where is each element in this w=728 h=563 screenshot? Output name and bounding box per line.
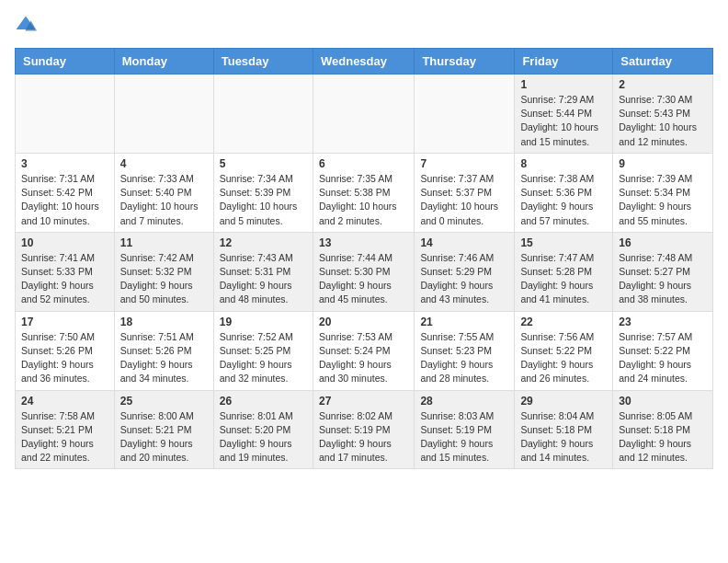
day-info: Sunrise: 7:41 AM Sunset: 5:33 PM Dayligh… [21, 251, 108, 307]
day-number: 6 [319, 157, 408, 170]
day-info: Sunrise: 7:29 AM Sunset: 5:44 PM Dayligh… [520, 93, 607, 149]
calendar-cell [114, 75, 213, 154]
day-info: Sunrise: 7:42 AM Sunset: 5:32 PM Dayligh… [120, 251, 208, 307]
day-info: Sunrise: 8:02 AM Sunset: 5:19 PM Dayligh… [319, 409, 408, 465]
day-info: Sunrise: 7:55 AM Sunset: 5:23 PM Dayligh… [420, 330, 508, 386]
day-number: 28 [420, 395, 508, 408]
calendar-header-monday: Monday [114, 49, 213, 75]
day-number: 24 [21, 395, 108, 408]
day-number: 18 [120, 316, 208, 328]
calendar-cell: 18Sunrise: 7:51 AM Sunset: 5:26 PM Dayli… [114, 311, 213, 390]
day-info: Sunrise: 7:57 AM Sunset: 5:22 PM Dayligh… [619, 330, 707, 386]
calendar-cell: 7Sunrise: 7:37 AM Sunset: 5:37 PM Daylig… [415, 153, 515, 232]
day-number: 22 [520, 316, 607, 328]
logo [15, 15, 40, 37]
day-number: 29 [520, 395, 607, 408]
calendar-header-friday: Friday [515, 49, 613, 75]
day-number: 19 [220, 316, 307, 328]
day-number: 11 [120, 236, 208, 249]
calendar-body: 1Sunrise: 7:29 AM Sunset: 5:44 PM Daylig… [16, 75, 713, 469]
day-info: Sunrise: 7:51 AM Sunset: 5:26 PM Dayligh… [120, 330, 208, 386]
calendar-cell: 22Sunrise: 7:56 AM Sunset: 5:22 PM Dayli… [515, 311, 613, 390]
calendar: SundayMondayTuesdayWednesdayThursdayFrid… [15, 48, 713, 469]
day-number: 23 [619, 316, 707, 328]
calendar-header-saturday: Saturday [613, 49, 713, 75]
calendar-cell: 27Sunrise: 8:02 AM Sunset: 5:19 PM Dayli… [313, 390, 414, 469]
calendar-cell: 25Sunrise: 8:00 AM Sunset: 5:21 PM Dayli… [114, 390, 213, 469]
logo-icon [15, 15, 37, 37]
day-number: 5 [220, 157, 307, 170]
calendar-cell: 6Sunrise: 7:35 AM Sunset: 5:38 PM Daylig… [313, 153, 414, 232]
calendar-week-row: 17Sunrise: 7:50 AM Sunset: 5:26 PM Dayli… [16, 311, 713, 390]
calendar-cell: 10Sunrise: 7:41 AM Sunset: 5:33 PM Dayli… [16, 232, 115, 311]
calendar-cell: 1Sunrise: 7:29 AM Sunset: 5:44 PM Daylig… [515, 75, 613, 154]
day-info: Sunrise: 7:39 AM Sunset: 5:34 PM Dayligh… [619, 172, 707, 228]
day-info: Sunrise: 7:35 AM Sunset: 5:38 PM Dayligh… [319, 172, 408, 228]
calendar-cell [16, 75, 115, 154]
day-number: 30 [619, 395, 707, 408]
calendar-cell: 19Sunrise: 7:52 AM Sunset: 5:25 PM Dayli… [213, 311, 313, 390]
day-info: Sunrise: 7:46 AM Sunset: 5:29 PM Dayligh… [420, 251, 508, 307]
day-number: 3 [21, 157, 108, 170]
day-info: Sunrise: 7:31 AM Sunset: 5:42 PM Dayligh… [21, 172, 108, 228]
day-info: Sunrise: 7:50 AM Sunset: 5:26 PM Dayligh… [21, 330, 108, 386]
day-info: Sunrise: 7:56 AM Sunset: 5:22 PM Dayligh… [520, 330, 607, 386]
calendar-cell: 16Sunrise: 7:48 AM Sunset: 5:27 PM Dayli… [613, 232, 713, 311]
calendar-week-row: 3Sunrise: 7:31 AM Sunset: 5:42 PM Daylig… [16, 153, 713, 232]
day-info: Sunrise: 7:58 AM Sunset: 5:21 PM Dayligh… [21, 409, 108, 465]
day-info: Sunrise: 7:48 AM Sunset: 5:27 PM Dayligh… [619, 251, 707, 307]
day-number: 16 [619, 236, 707, 249]
calendar-cell: 12Sunrise: 7:43 AM Sunset: 5:31 PM Dayli… [213, 232, 313, 311]
calendar-cell: 26Sunrise: 8:01 AM Sunset: 5:20 PM Dayli… [213, 390, 313, 469]
calendar-cell: 21Sunrise: 7:55 AM Sunset: 5:23 PM Dayli… [415, 311, 515, 390]
day-info: Sunrise: 7:52 AM Sunset: 5:25 PM Dayligh… [220, 330, 307, 386]
calendar-cell [213, 75, 313, 154]
calendar-header-row: SundayMondayTuesdayWednesdayThursdayFrid… [16, 49, 713, 75]
day-info: Sunrise: 7:44 AM Sunset: 5:30 PM Dayligh… [319, 251, 408, 307]
calendar-cell: 14Sunrise: 7:46 AM Sunset: 5:29 PM Dayli… [415, 232, 515, 311]
day-number: 25 [120, 395, 208, 408]
day-number: 21 [420, 316, 508, 328]
day-number: 15 [520, 236, 607, 249]
day-number: 1 [520, 78, 607, 91]
day-number: 27 [319, 395, 408, 408]
day-info: Sunrise: 7:38 AM Sunset: 5:36 PM Dayligh… [520, 172, 607, 228]
day-info: Sunrise: 8:05 AM Sunset: 5:18 PM Dayligh… [619, 409, 707, 465]
calendar-cell: 5Sunrise: 7:34 AM Sunset: 5:39 PM Daylig… [213, 153, 313, 232]
day-number: 8 [520, 157, 607, 170]
day-number: 2 [619, 78, 707, 91]
day-info: Sunrise: 8:03 AM Sunset: 5:19 PM Dayligh… [420, 409, 508, 465]
day-number: 17 [21, 316, 108, 328]
day-info: Sunrise: 8:01 AM Sunset: 5:20 PM Dayligh… [220, 409, 307, 465]
calendar-week-row: 1Sunrise: 7:29 AM Sunset: 5:44 PM Daylig… [16, 75, 713, 154]
calendar-cell: 2Sunrise: 7:30 AM Sunset: 5:43 PM Daylig… [613, 75, 713, 154]
day-info: Sunrise: 7:34 AM Sunset: 5:39 PM Dayligh… [220, 172, 307, 228]
calendar-cell [313, 75, 414, 154]
calendar-cell: 13Sunrise: 7:44 AM Sunset: 5:30 PM Dayli… [313, 232, 414, 311]
calendar-week-row: 10Sunrise: 7:41 AM Sunset: 5:33 PM Dayli… [16, 232, 713, 311]
day-info: Sunrise: 7:37 AM Sunset: 5:37 PM Dayligh… [420, 172, 508, 228]
day-info: Sunrise: 8:00 AM Sunset: 5:21 PM Dayligh… [120, 409, 208, 465]
calendar-cell: 3Sunrise: 7:31 AM Sunset: 5:42 PM Daylig… [16, 153, 115, 232]
calendar-cell: 15Sunrise: 7:47 AM Sunset: 5:28 PM Dayli… [515, 232, 613, 311]
day-number: 9 [619, 157, 707, 170]
calendar-cell: 17Sunrise: 7:50 AM Sunset: 5:26 PM Dayli… [16, 311, 115, 390]
day-number: 13 [319, 236, 408, 249]
calendar-cell: 24Sunrise: 7:58 AM Sunset: 5:21 PM Dayli… [16, 390, 115, 469]
calendar-cell: 4Sunrise: 7:33 AM Sunset: 5:40 PM Daylig… [114, 153, 213, 232]
calendar-cell: 28Sunrise: 8:03 AM Sunset: 5:19 PM Dayli… [415, 390, 515, 469]
day-number: 7 [420, 157, 508, 170]
day-info: Sunrise: 7:30 AM Sunset: 5:43 PM Dayligh… [619, 93, 707, 149]
day-number: 4 [120, 157, 208, 170]
day-info: Sunrise: 8:04 AM Sunset: 5:18 PM Dayligh… [520, 409, 607, 465]
calendar-header-sunday: Sunday [16, 49, 115, 75]
calendar-header-wednesday: Wednesday [313, 49, 414, 75]
calendar-cell: 9Sunrise: 7:39 AM Sunset: 5:34 PM Daylig… [613, 153, 713, 232]
day-info: Sunrise: 7:47 AM Sunset: 5:28 PM Dayligh… [520, 251, 607, 307]
day-info: Sunrise: 7:53 AM Sunset: 5:24 PM Dayligh… [319, 330, 408, 386]
calendar-week-row: 24Sunrise: 7:58 AM Sunset: 5:21 PM Dayli… [16, 390, 713, 469]
day-info: Sunrise: 7:33 AM Sunset: 5:40 PM Dayligh… [120, 172, 208, 228]
calendar-header-thursday: Thursday [415, 49, 515, 75]
calendar-cell [415, 75, 515, 154]
calendar-cell: 29Sunrise: 8:04 AM Sunset: 5:18 PM Dayli… [515, 390, 613, 469]
